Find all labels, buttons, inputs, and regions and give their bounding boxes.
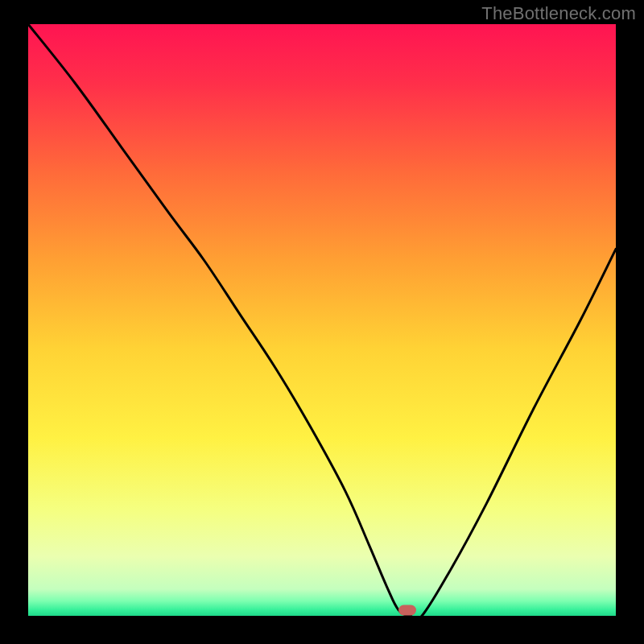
bottleneck-curve <box>28 24 616 616</box>
watermark-text: TheBottleneck.com <box>481 3 636 24</box>
plot-area <box>28 24 616 616</box>
optimal-point-marker <box>398 605 416 615</box>
chart-frame: TheBottleneck.com <box>0 0 644 644</box>
